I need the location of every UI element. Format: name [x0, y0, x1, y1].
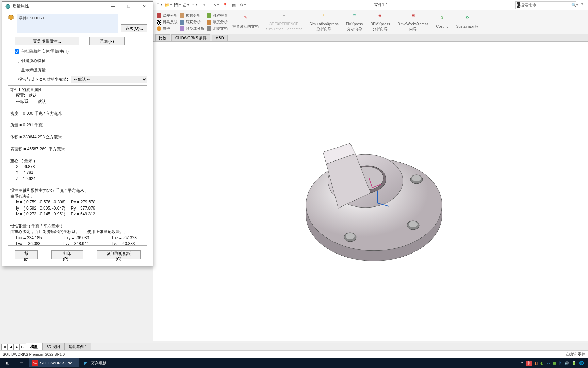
ribbon-sustainability[interactable]: ♻Sustainability	[453, 11, 482, 33]
tab-model[interactable]: 模型	[26, 343, 42, 350]
ribbon-sublabel: 向导	[409, 27, 417, 31]
ribbon-parting-line[interactable]: 分型线分析	[179, 26, 205, 31]
search-icon[interactable]: 🔍	[571, 3, 576, 7]
coord-select[interactable]: -- 默认 --	[71, 76, 147, 83]
file-selection[interactable]: 零件1.SLDPRT	[17, 14, 118, 33]
tray-network-icon[interactable]: 🌐	[579, 361, 584, 365]
check-center-input[interactable]	[15, 59, 19, 63]
check-weld[interactable]: 显示焊缝质量	[8, 67, 147, 73]
r-m-sub: 由重心决定，并且对齐输出的坐标系。 （使用正张量记数法。）	[10, 229, 128, 234]
ribbon-thickness[interactable]: 厚度分析	[206, 19, 228, 25]
bottom-tabs: ⏮ ◀ ▶ ⏭ 模型 3D 视图 运动算例 1	[0, 343, 588, 350]
nav-next-icon[interactable]: ▶	[14, 344, 20, 350]
check-center[interactable]: 创建质心特征	[8, 58, 147, 64]
ribbon-compare-doc[interactable]: 比较文档	[206, 26, 228, 31]
select-icon[interactable]: ↖	[213, 2, 219, 9]
check-hidden-input[interactable]	[15, 49, 19, 54]
ribbon-dfmxpress[interactable]: ◉DFMXpress分析向导	[367, 11, 393, 33]
ribbon-undercut[interactable]: 底切分析	[179, 19, 205, 25]
dialog-titlebar[interactable]: 质量属性 — ☐ ✕	[2, 2, 153, 11]
ribbon-3dexperience: ☁3DEXPERIENCESimulation Connector	[263, 11, 305, 33]
r-config: 配置: 默认	[10, 93, 37, 98]
options-button[interactable]: 选项(O)...	[121, 24, 147, 32]
r-cx: X = -6.878	[10, 164, 35, 169]
undo-icon[interactable]: ↶	[191, 2, 198, 9]
ribbon-label: 比较文档	[213, 26, 228, 31]
ribbon-draft-analysis[interactable]: 拔模分析	[179, 13, 205, 18]
override-button[interactable]: 覆盖质量属性...	[15, 37, 79, 45]
results-box[interactable]: 零件1 的质量属性 配置: 默认 坐标系: -- 默认 -- 密度 = 0.00…	[8, 85, 147, 246]
help-icon[interactable]: ?	[578, 2, 585, 9]
help-button[interactable]: 帮助	[15, 250, 38, 259]
open-icon[interactable]: 📂	[165, 2, 172, 9]
nav-first-icon[interactable]: ⏮	[1, 344, 7, 350]
ribbon-col-3: 对称检查 厚度分析 比较文档	[206, 11, 228, 33]
part-icon	[8, 14, 14, 20]
search-box[interactable]: >_ 🔍 ▾	[515, 1, 576, 9]
r-density: 密度 = 0.000 千克 / 立方毫米	[10, 111, 62, 116]
settings-icon[interactable]: ⚙	[239, 2, 246, 9]
system-tray: ^ 中 ◧ ◐ 🛡 ▦ ᛒ 🔊 🔋 🌐	[521, 361, 587, 366]
copy-button[interactable]: 复制到剪贴板(C)	[97, 250, 141, 259]
tray-bluetooth-icon[interactable]: ᛒ	[559, 361, 561, 365]
sim-icon: ✦	[320, 13, 328, 21]
nav-prev-icon[interactable]: ◀	[7, 344, 14, 350]
maximize-button: ☐	[123, 3, 134, 10]
rebuild-icon[interactable]: ▤	[230, 2, 237, 9]
tray-gpu-icon[interactable]: ▦	[553, 361, 556, 365]
ribbon-error-analysis[interactable]: 误差分析	[156, 13, 178, 18]
svg-point-9	[346, 233, 355, 239]
draft-icon	[180, 13, 184, 18]
tab-compare[interactable]: 比较	[155, 34, 170, 41]
r-iz: Iz = ( 0.273, -0.145, 0.951) Pz = 549.31…	[10, 212, 95, 216]
tray-app-icon[interactable]: ◧	[534, 361, 538, 365]
ribbon-zebra[interactable]: 斑马条纹	[156, 19, 178, 25]
ribbon-simulationxpress[interactable]: ✦SimulationXpress分析向导	[306, 11, 342, 33]
redo-icon[interactable]: ↷	[200, 2, 207, 9]
taskbar-wanxing[interactable]: ◤万兴喵影	[80, 358, 110, 367]
close-button[interactable]: ✕	[138, 3, 150, 10]
tray-volume-icon[interactable]: 🔊	[564, 361, 569, 365]
tab-mbd[interactable]: MBD	[212, 35, 227, 41]
tray-nvidia-icon[interactable]: ◐	[540, 361, 544, 365]
print-icon[interactable]: 🖨	[182, 2, 189, 9]
tab-3dview[interactable]: 3D 视图	[42, 343, 64, 350]
check-hidden[interactable]: 包括隐藏的实体/零部件(H)	[8, 49, 147, 55]
new-icon[interactable]: 🗋	[156, 2, 163, 9]
pin-icon[interactable]: 📍	[222, 2, 228, 9]
tray-battery-icon[interactable]: 🔋	[572, 361, 576, 365]
ribbon-label: DriveWorksXpress	[397, 21, 428, 26]
recalculate-button[interactable]: 重算(R)	[89, 37, 125, 45]
taskbar-label: 万兴喵影	[91, 361, 106, 366]
ribbon-floxpress[interactable]: ≋FloXpress分析向导	[343, 11, 366, 33]
mass-properties-dialog: 质量属性 — ☐ ✕ 零件1.SLDPRT 选项(O)... 覆盖质量属性...…	[2, 1, 153, 266]
ribbon-label: 斑马条纹	[163, 19, 178, 25]
r-mass: 质量 = 0.281 千克	[10, 123, 43, 127]
minimize-button[interactable]: —	[107, 3, 119, 10]
taskbar-solidworks[interactable]: SWSOLIDWORKS Pre...	[29, 358, 79, 367]
ribbon-driveworks[interactable]: ▣DriveWorksXpress向导	[394, 11, 432, 33]
ribbon-curvature[interactable]: 曲率	[156, 26, 178, 31]
ribbon-check-active[interactable]: ✎检查激活的文档	[229, 11, 262, 33]
start-button[interactable]: ⊞	[1, 358, 14, 367]
taskbar: ⊞ ▭ SWSOLIDWORKS Pre... ◤万兴喵影 ^ 中 ◧ ◐ 🛡 …	[0, 358, 588, 368]
task-view-button[interactable]: ▭	[15, 358, 28, 367]
ribbon-symmetry[interactable]: 对称检查	[206, 13, 228, 18]
graphics-area[interactable]	[153, 42, 588, 341]
check-weld-input[interactable]	[15, 68, 19, 72]
print-button[interactable]: 打印(P)...	[51, 250, 83, 259]
status-mode: 在编辑 零件	[566, 352, 585, 357]
search-input[interactable]	[520, 3, 571, 7]
tray-ime-icon[interactable]: 中	[526, 361, 532, 366]
nav-last-icon[interactable]: ⏭	[20, 344, 26, 350]
tab-motion[interactable]: 运动算例 1	[64, 343, 91, 350]
tab-addins[interactable]: OLIDWORKS 插件	[172, 34, 210, 41]
ribbon-label: SimulationXpress	[309, 21, 339, 26]
ribbon-costing[interactable]: $Costing	[432, 11, 452, 33]
parting-icon	[180, 26, 184, 31]
stripes-icon	[157, 20, 161, 25]
save-icon[interactable]: 💾	[174, 2, 180, 9]
tray-up-icon[interactable]: ^	[521, 361, 523, 365]
tray-shield-icon[interactable]: 🛡	[546, 361, 550, 365]
search-dropdown-icon[interactable]: ▾	[576, 3, 578, 7]
